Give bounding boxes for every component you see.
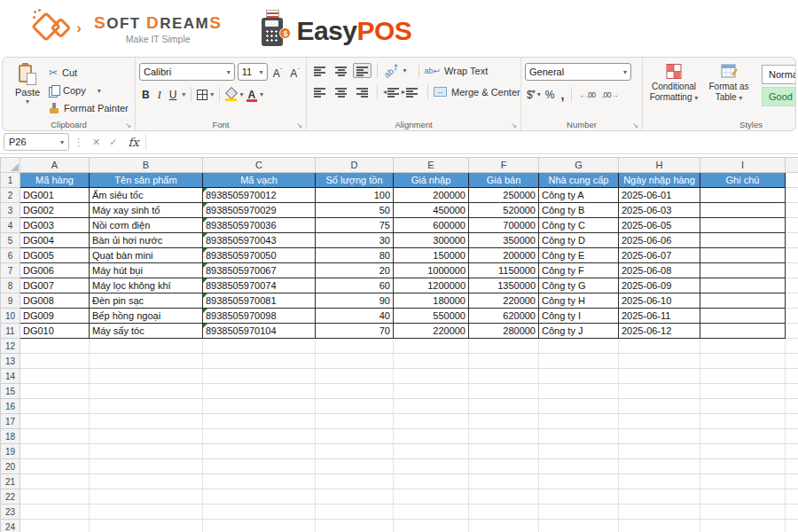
empty-cell[interactable] <box>786 218 798 233</box>
empty-cell[interactable] <box>469 354 539 369</box>
cell-F9[interactable]: 220000 <box>469 293 539 309</box>
empty-cell[interactable] <box>469 414 539 429</box>
cell-E3[interactable]: 450000 <box>394 203 469 218</box>
cell-A1[interactable]: Mã hàng <box>20 173 90 188</box>
empty-cell[interactable] <box>394 339 469 354</box>
cell-D11[interactable]: 70 <box>316 324 394 339</box>
empty-cell[interactable] <box>700 414 786 429</box>
empty-cell[interactable] <box>619 429 700 444</box>
row-header-4[interactable]: 4 <box>1 218 20 233</box>
row-header-10[interactable]: 10 <box>1 309 20 324</box>
empty-cell[interactable] <box>20 384 90 399</box>
italic-button[interactable]: I <box>155 88 164 102</box>
empty-cell[interactable] <box>20 505 90 520</box>
cell-G11[interactable]: Công ty J <box>539 324 619 339</box>
enter-icon[interactable]: ✓ <box>105 137 121 148</box>
empty-cell[interactable] <box>786 203 798 218</box>
empty-cell[interactable] <box>90 505 203 520</box>
empty-cell[interactable] <box>20 474 90 489</box>
cell-F1[interactable]: Giá bán <box>469 173 539 188</box>
column-header-overflow[interactable] <box>786 158 798 173</box>
empty-cell[interactable] <box>619 399 700 414</box>
cancel-icon[interactable]: ✕ <box>88 137 105 148</box>
format-as-table-button[interactable]: Format as Table ▾ <box>701 64 756 117</box>
empty-cell[interactable] <box>90 474 203 489</box>
accounting-dropdown-icon[interactable]: ▾ <box>537 90 541 98</box>
font-dialog-launcher-icon[interactable]: ↘ <box>296 121 302 129</box>
font-color-icon[interactable]: A <box>246 89 257 101</box>
cell-H6[interactable]: 2025-06-07 <box>619 248 700 263</box>
empty-cell[interactable] <box>786 429 798 444</box>
empty-cell[interactable] <box>539 489 619 505</box>
cell-D3[interactable]: 50 <box>316 203 394 218</box>
empty-cell[interactable] <box>539 339 619 354</box>
cell-H10[interactable]: 2025-06-11 <box>619 309 700 324</box>
cell-I10[interactable] <box>700 309 786 324</box>
cell-B8[interactable]: Máy lọc không khí <box>90 278 203 293</box>
empty-cell[interactable] <box>786 444 798 459</box>
empty-cell[interactable] <box>786 188 798 203</box>
cell-I3[interactable] <box>700 203 786 218</box>
row-header-18[interactable]: 18 <box>1 429 20 444</box>
empty-cell[interactable] <box>20 414 90 429</box>
row-header-15[interactable]: 15 <box>1 384 20 399</box>
row-header-21[interactable]: 21 <box>1 474 20 489</box>
cell-A5[interactable]: DG004 <box>20 233 90 248</box>
row-header-14[interactable]: 14 <box>1 369 20 384</box>
cell-E7[interactable]: 1000000 <box>394 263 469 278</box>
cell-H3[interactable]: 2025-06-03 <box>619 203 700 218</box>
percent-style-button[interactable]: % <box>544 89 557 101</box>
cell-I4[interactable] <box>700 218 786 233</box>
cell-F10[interactable]: 620000 <box>469 309 539 324</box>
empty-cell[interactable] <box>90 459 203 474</box>
empty-cell[interactable] <box>316 339 394 354</box>
empty-cell[interactable] <box>20 339 90 354</box>
cell-A9[interactable]: DG008 <box>20 293 90 309</box>
borders-icon[interactable] <box>197 90 207 100</box>
empty-cell[interactable] <box>316 489 394 505</box>
empty-cell[interactable] <box>539 369 619 384</box>
increase-font-size-button[interactable]: Aˆ <box>270 64 286 81</box>
cell-C5[interactable]: 8938505970043 <box>203 233 316 248</box>
cell-C3[interactable]: 8938505970029 <box>203 203 316 218</box>
empty-cell[interactable] <box>316 399 394 414</box>
row-header-11[interactable]: 11 <box>1 324 20 339</box>
cell-C8[interactable]: 8938505970074 <box>203 278 316 293</box>
font-family-select[interactable]: Calibri▾ <box>139 63 235 81</box>
empty-cell[interactable] <box>20 429 90 444</box>
decrease-font-size-button[interactable]: Aˇ <box>287 64 302 81</box>
empty-cell[interactable] <box>203 354 316 369</box>
cell-B2[interactable]: Ấm siêu tốc <box>90 188 203 203</box>
align-center-button[interactable] <box>332 84 350 99</box>
empty-cell[interactable] <box>394 444 469 459</box>
empty-cell[interactable] <box>90 444 203 459</box>
empty-cell[interactable] <box>394 354 469 369</box>
cell-G2[interactable]: Công ty A <box>539 188 619 203</box>
cell-I2[interactable] <box>700 188 786 203</box>
font-color-dropdown-icon[interactable]: ▾ <box>260 90 263 98</box>
cell-D8[interactable]: 60 <box>316 278 394 293</box>
cell-G1[interactable]: Nhà cung cấp <box>539 173 619 188</box>
cell-A8[interactable]: DG007 <box>20 278 90 293</box>
row-header-7[interactable]: 7 <box>1 263 20 278</box>
empty-cell[interactable] <box>20 489 90 505</box>
empty-cell[interactable] <box>700 384 786 399</box>
empty-cell[interactable] <box>786 233 798 248</box>
cell-C6[interactable]: 8938505970050 <box>203 248 316 263</box>
cut-button[interactable]: ✂Cut <box>49 66 129 80</box>
cell-E9[interactable]: 180000 <box>394 293 469 309</box>
clipboard-dialog-launcher-icon[interactable]: ↘ <box>125 121 131 129</box>
cell-A7[interactable]: DG006 <box>20 263 90 278</box>
number-format-select[interactable]: General▾ <box>525 63 631 81</box>
empty-cell[interactable] <box>469 459 539 474</box>
row-header-17[interactable]: 17 <box>1 414 20 429</box>
cell-C4[interactable]: 8938505970036 <box>203 218 316 233</box>
cell-C7[interactable]: 8938505970067 <box>203 263 316 278</box>
cell-H1[interactable]: Ngày nhập hàng <box>619 173 700 188</box>
empty-cell[interactable] <box>394 520 469 532</box>
cell-E6[interactable]: 150000 <box>394 248 469 263</box>
empty-cell[interactable] <box>90 489 203 505</box>
cell-E8[interactable]: 1200000 <box>394 278 469 293</box>
empty-cell[interactable] <box>619 414 700 429</box>
cell-D10[interactable]: 40 <box>316 309 394 324</box>
